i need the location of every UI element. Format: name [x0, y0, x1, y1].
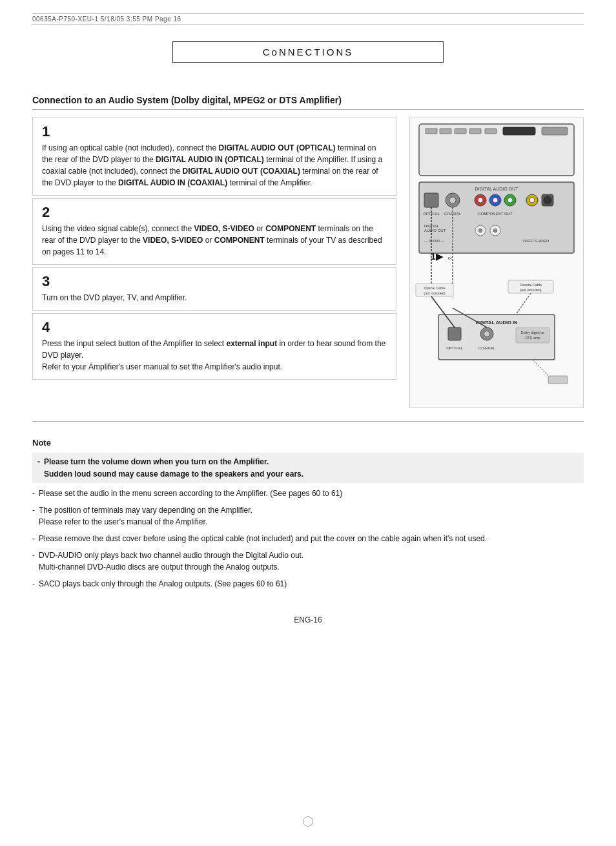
page-footer: ENG-16: [32, 615, 584, 624]
svg-rect-2: [440, 129, 451, 134]
svg-text:Coaxial Cable: Coaxial Cable: [520, 283, 542, 287]
svg-text:OPTICAL: OPTICAL: [446, 346, 463, 350]
svg-point-25: [544, 196, 551, 204]
step-2-number: 2: [42, 205, 387, 220]
main-content: 1 If using an optical cable (not include…: [32, 118, 584, 408]
page-title: CoNNECTIONS: [263, 46, 354, 57]
svg-text:AUDIO OUT: AUDIO OUT: [424, 229, 446, 232]
svg-text:VIDEO  S-VIDEO: VIDEO S-VIDEO: [522, 239, 549, 243]
svg-text:1▶: 1▶: [431, 251, 444, 262]
steps-column: 1 If using an optical cable (not include…: [32, 118, 396, 408]
section-divider: [32, 421, 584, 422]
svg-rect-47: [448, 327, 461, 340]
step-3-number: 3: [42, 274, 387, 289]
note-item-highlight: - Please turn the volume down when you t…: [32, 453, 584, 483]
note-text-2: Please set the audio in the menu screen …: [39, 488, 342, 500]
svg-text:Optical Cable: Optical Cable: [424, 286, 445, 290]
note-text-6: SACD plays back only through the Analog …: [39, 578, 287, 590]
section-title: Connection to an Audio System (Dolby dig…: [32, 95, 584, 110]
svg-point-31: [493, 229, 497, 232]
step-2-text: Using the video signal cable(s), connect…: [42, 223, 387, 258]
top-bar-text: 00635A-P750-XEU-1 5/18/05 3:55 PM Page 1…: [32, 15, 181, 23]
note-text-1: Please turn the volume down when you tur…: [44, 456, 303, 480]
step-1-number: 1: [42, 125, 387, 139]
svg-text:DIGITAL: DIGITAL: [424, 224, 440, 228]
connection-diagram: DIGITAL AUDIO OUT OPTICAL COAXIAL COM: [413, 121, 580, 405]
note-dash-3: -: [32, 504, 35, 517]
svg-point-20: [508, 198, 513, 203]
step-4-text: Press the input select button of the Amp…: [42, 338, 387, 373]
step-3-box: 3 Turn on the DVD player, TV, and Amplif…: [32, 267, 396, 311]
svg-text:(not included): (not included): [424, 291, 445, 295]
step-1-text: If using an optical cable (not included)…: [42, 142, 387, 189]
svg-rect-10: [424, 193, 438, 207]
notes-title: Note: [32, 438, 584, 448]
page-number: ENG-16: [294, 615, 322, 624]
note-item-5: - DVD-AUDIO only plays back two channel …: [32, 550, 584, 573]
svg-text:COAXIAL: COAXIAL: [478, 346, 496, 350]
note-text-3: The position of terminals may vary depen…: [39, 504, 252, 528]
note-item-3: - The position of terminals may vary dep…: [32, 504, 584, 528]
title-container: CoNNECTIONS: [32, 35, 584, 79]
note-dash-5: -: [32, 550, 35, 562]
top-bar: 00635A-P750-XEU-1 5/18/05 3:55 PM Page 1…: [32, 13, 584, 25]
svg-rect-7: [542, 127, 568, 135]
svg-rect-58: [548, 376, 568, 384]
svg-point-29: [478, 229, 482, 232]
svg-rect-5: [485, 129, 497, 134]
notes-section: Note - Please turn the volume down when …: [32, 438, 584, 590]
svg-text:Dolby digital or: Dolby digital or: [521, 331, 545, 335]
svg-text:or: or: [448, 256, 453, 260]
svg-rect-6: [503, 127, 535, 135]
note-dash-4: -: [32, 533, 35, 545]
svg-rect-52: [516, 327, 549, 343]
step-2-box: 2 Using the video signal cable(s), conne…: [32, 198, 396, 265]
svg-rect-3: [455, 129, 466, 134]
svg-point-16: [478, 198, 483, 203]
step-4-box: 4 Press the input select button of the A…: [32, 313, 396, 380]
note-dash-6: -: [32, 578, 35, 590]
step-3-text: Turn on the DVD player, TV, and Amplifie…: [42, 292, 387, 304]
svg-point-13: [449, 197, 456, 203]
punch-mark: [303, 816, 313, 827]
svg-point-23: [529, 198, 535, 203]
note-text-4: Please remove the dust cover before usin…: [39, 533, 487, 545]
svg-point-50: [484, 331, 490, 337]
svg-text:COMPONENT OUT: COMPONENT OUT: [478, 212, 513, 216]
note-dash-1: -: [37, 456, 40, 468]
note-item-6: - SACD plays back only through the Analo…: [32, 578, 584, 590]
step-1-box: 1 If using an optical cable (not include…: [32, 118, 396, 196]
svg-point-18: [493, 198, 498, 203]
note-text-5: DVD-AUDIO only plays back two channel au…: [39, 550, 303, 573]
title-box: CoNNECTIONS: [172, 41, 444, 63]
step-4-number: 4: [42, 320, 387, 335]
svg-text:DTS amp: DTS amp: [525, 336, 540, 340]
svg-text:— AUDIO —: — AUDIO —: [424, 239, 445, 243]
svg-text:DIGITAL AUDIO OUT: DIGITAL AUDIO OUT: [475, 187, 519, 191]
svg-rect-1: [426, 129, 437, 134]
svg-text:(not included): (not included): [520, 288, 541, 292]
note-item-2: - Please set the audio in the menu scree…: [32, 488, 584, 500]
page: 00635A-P750-XEU-1 5/18/05 3:55 PM Page 1…: [0, 0, 616, 846]
svg-line-44: [516, 293, 531, 315]
svg-rect-4: [469, 129, 481, 134]
note-dash-2: -: [32, 488, 35, 500]
diagram-area: DIGITAL AUDIO OUT OPTICAL COAXIAL COM: [409, 118, 584, 408]
diagram-column: DIGITAL AUDIO OUT OPTICAL COAXIAL COM: [409, 118, 584, 408]
note-item-4: - Please remove the dust cover before us…: [32, 533, 584, 545]
